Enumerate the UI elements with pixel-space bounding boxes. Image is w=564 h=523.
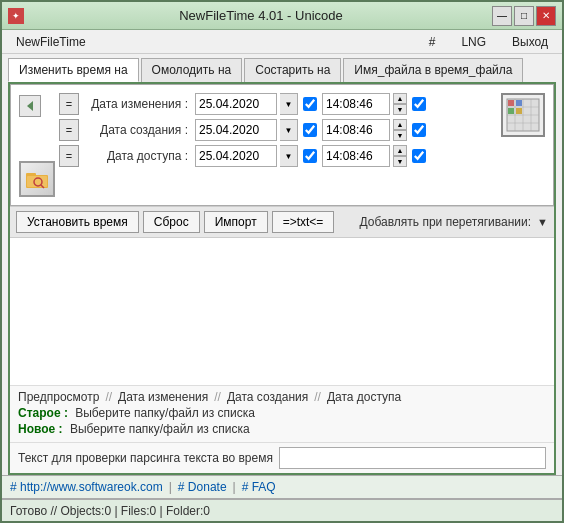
import-button[interactable]: Импорт (204, 211, 268, 233)
date-input-created[interactable] (195, 119, 277, 141)
menu-lng[interactable]: LNG (455, 33, 492, 51)
menu-left: NewFileTime (10, 33, 92, 51)
time-input-created[interactable] (322, 119, 390, 141)
action-bar: Установить время Сброс Импорт =>txt<= До… (10, 206, 554, 238)
right-icon[interactable] (501, 93, 545, 137)
date-checkbox-2[interactable] (303, 123, 317, 137)
links-bar: # http://www.softwareok.com | # Donate |… (2, 475, 562, 499)
time-rows: = Дата изменения : ▼ ▲ ▼ (59, 93, 497, 171)
time-spinner-1: ▲ ▼ (393, 93, 407, 115)
drag-label: Добавлять при перетягивании: ▼ (360, 215, 548, 229)
label-created: Дата создания : (82, 123, 192, 137)
left-icon (19, 123, 55, 159)
svg-rect-13 (508, 100, 514, 106)
parse-bar: Текст для проверки парсинга текста во вр… (10, 442, 554, 473)
close-button[interactable]: ✕ (536, 6, 556, 26)
date-dropdown-2[interactable]: ▼ (280, 119, 298, 141)
drag-dropdown[interactable]: ▼ (537, 216, 548, 228)
date-changed-label: Дата изменения (118, 390, 208, 404)
folder-icon[interactable] (19, 161, 55, 197)
spin-up-1[interactable]: ▲ (393, 93, 407, 104)
new-value-row: Новое : Выберите папку/файл из списка (18, 422, 546, 436)
info-bar: Предпросмотр // Дата изменения // Дата с… (10, 385, 554, 442)
old-value: Выберите папку/файл из списка (75, 406, 255, 420)
window-title: NewFileTime 4.01 - Unicode (30, 8, 492, 23)
menu-hash[interactable]: # (423, 33, 442, 51)
new-value: Выберите папку/файл из списка (70, 422, 250, 436)
window-controls: — □ ✕ (492, 6, 556, 26)
time-spinner-3: ▲ ▼ (393, 145, 407, 167)
sep3: // (314, 390, 321, 404)
time-input-accessed[interactable] (322, 145, 390, 167)
parse-input[interactable] (279, 447, 546, 469)
eq-button-3[interactable]: = (59, 145, 79, 167)
minimize-button[interactable]: — (492, 6, 512, 26)
link-faq[interactable]: # FAQ (242, 480, 276, 494)
main-window: ✦ NewFileTime 4.01 - Unicode — □ ✕ NewFi… (0, 0, 564, 523)
date-checkbox-1[interactable] (303, 97, 317, 111)
status-bar: Готово // Objects:0 | Files:0 | Folder:0 (2, 499, 562, 521)
time-checkbox-3[interactable] (412, 149, 426, 163)
time-checkbox-2[interactable] (412, 123, 426, 137)
time-row-created: = Дата создания : ▼ ▲ ▼ (59, 119, 497, 141)
time-spinner-2: ▲ ▼ (393, 119, 407, 141)
drop-zone[interactable] (10, 238, 554, 385)
spin-down-3[interactable]: ▼ (393, 156, 407, 167)
icon-row-wrapper: = Дата изменения : ▼ ▲ ▼ (19, 93, 545, 197)
spin-down-1[interactable]: ▼ (393, 104, 407, 115)
time-row-accessed: = Дата доступа : ▼ ▲ ▼ (59, 145, 497, 167)
label-modified: Дата изменения : (82, 97, 192, 111)
link-website[interactable]: # http://www.softwareok.com (10, 480, 163, 494)
spin-up-2[interactable]: ▲ (393, 119, 407, 130)
old-value-row: Старое : Выберите папку/файл из списка (18, 406, 546, 420)
label-accessed: Дата доступа : (82, 149, 192, 163)
date-dropdown-1[interactable]: ▼ (280, 93, 298, 115)
date-created-label: Дата создания (227, 390, 308, 404)
tabs-container: Изменить время на Омолодить на Состарить… (2, 54, 562, 82)
spin-down-2[interactable]: ▼ (393, 130, 407, 141)
txt-button[interactable]: =>txt<= (272, 211, 335, 233)
svg-marker-0 (27, 101, 33, 111)
tab-panel: = Дата изменения : ▼ ▲ ▼ (10, 84, 554, 206)
time-checkbox-1[interactable] (412, 97, 426, 111)
menu-app-name[interactable]: NewFileTime (10, 33, 92, 51)
status-text: Готово // Objects:0 | Files:0 | Folder:0 (10, 504, 210, 518)
svg-rect-14 (516, 100, 522, 106)
left-panel (19, 93, 55, 197)
eq-button-1[interactable]: = (59, 93, 79, 115)
title-bar: ✦ NewFileTime 4.01 - Unicode — □ ✕ (2, 2, 562, 30)
content-panel: = Дата изменения : ▼ ▲ ▼ (8, 82, 556, 475)
sep1: // (105, 390, 112, 404)
tab-filename-to-time[interactable]: Имя_файла в время_файла (343, 58, 523, 82)
date-input-modified[interactable] (195, 93, 277, 115)
menu-right: # LNG Выход (423, 33, 554, 51)
date-dropdown-3[interactable]: ▼ (280, 145, 298, 167)
eq-button-2[interactable]: = (59, 119, 79, 141)
sep2: // (214, 390, 221, 404)
reset-button[interactable]: Сброс (143, 211, 200, 233)
date-checkbox-3[interactable] (303, 149, 317, 163)
set-time-button[interactable]: Установить время (16, 211, 139, 233)
tab-age[interactable]: Состарить на (244, 58, 341, 82)
svg-rect-16 (516, 108, 522, 114)
info-preview-row: Предпросмотр // Дата изменения // Дата с… (18, 390, 546, 404)
menu-bar: NewFileTime # LNG Выход (2, 30, 562, 54)
date-access-label: Дата доступа (327, 390, 401, 404)
app-icon: ✦ (8, 8, 24, 24)
tab-change-time[interactable]: Изменить время на (8, 58, 139, 82)
time-input-modified[interactable] (322, 93, 390, 115)
preview-label: Предпросмотр (18, 390, 99, 404)
menu-exit[interactable]: Выход (506, 33, 554, 51)
date-input-accessed[interactable] (195, 145, 277, 167)
svg-rect-15 (508, 108, 514, 114)
parse-label: Текст для проверки парсинга текста во вр… (18, 451, 273, 465)
maximize-button[interactable]: □ (514, 6, 534, 26)
tab-rejuvenate[interactable]: Омолодить на (141, 58, 243, 82)
link-donate[interactable]: # Donate (178, 480, 227, 494)
time-row-modified: = Дата изменения : ▼ ▲ ▼ (59, 93, 497, 115)
arrow-back-button[interactable] (19, 95, 41, 117)
spin-up-3[interactable]: ▲ (393, 145, 407, 156)
tabs-wrapper: Изменить время на Омолодить на Состарить… (2, 54, 562, 82)
